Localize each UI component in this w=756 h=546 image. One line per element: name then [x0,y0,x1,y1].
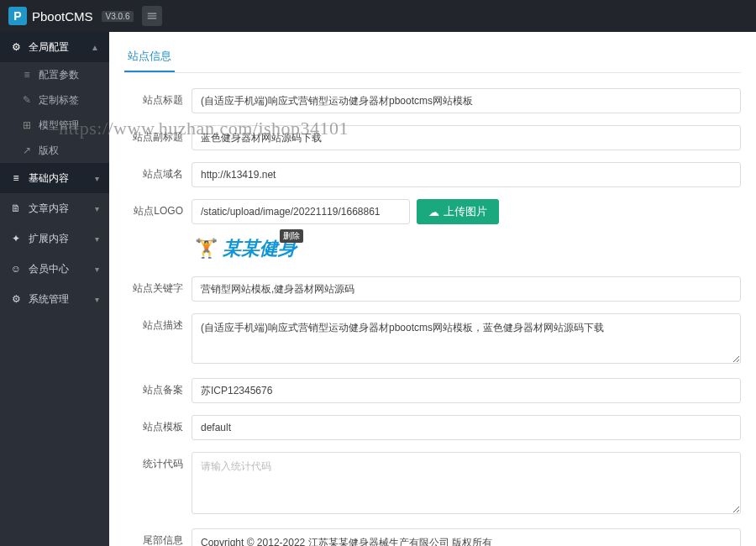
menu-toggle-button[interactable] [142,6,162,26]
hamburger-icon [146,10,158,22]
topbar: P PbootCMS V3.0.6 [0,0,756,32]
logo-box: P PbootCMS V3.0.6 [8,7,134,25]
logo-icon: P [8,7,27,25]
version-badge: V3.0.6 [102,11,134,22]
brand-name: PbootCMS [32,9,93,24]
